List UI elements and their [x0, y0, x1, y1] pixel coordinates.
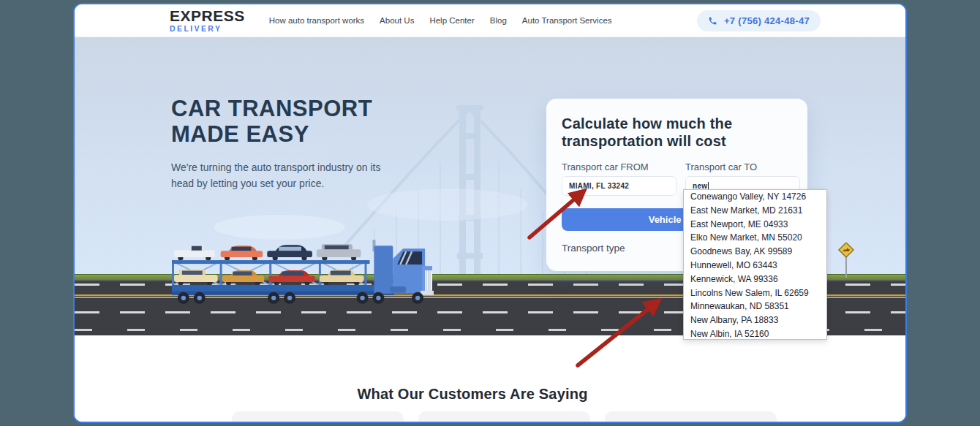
dropdown-item[interactable]: Conewango Valley, NY 14726 [684, 190, 826, 204]
logo-express-text: EXPRESS [170, 8, 245, 23]
dropdown-item[interactable]: East Newport, ME 04933 [684, 218, 826, 232]
dropdown-item[interactable]: Kennewick, WA 99336 [684, 273, 826, 286]
deer-crossing-sign [838, 243, 854, 279]
nav-about-us[interactable]: About Us [380, 16, 414, 25]
nav-how-auto-transport-works[interactable]: How auto transport works [269, 16, 364, 25]
hero-title: CAR TRANSPORTMADE EASY [171, 96, 412, 147]
cloud [367, 189, 528, 221]
calculator-title: Calculate how much the transportation wi… [562, 115, 745, 150]
truck-cab [372, 240, 434, 295]
dropdown-item[interactable]: Elko New Market, MN 55020 [684, 231, 826, 245]
car-carrier-truck-illustration [172, 240, 434, 307]
phone-icon [708, 16, 717, 26]
main-nav: How auto transport works About Us Help C… [269, 16, 612, 25]
nav-blog[interactable]: Blog [490, 16, 507, 25]
dropdown-item[interactable]: New Albin, IA 52160 [684, 327, 826, 340]
customers-section: What Our Customers Are Saying [75, 335, 905, 423]
cloud [214, 215, 345, 240]
top-deck-cars [174, 244, 361, 260]
dropdown-item[interactable]: Minnewaukan, ND 58351 [684, 300, 826, 313]
phone-link[interactable]: +7 (756) 424-48-47 [697, 10, 821, 31]
site-header: EXPRESS DELIVERY How auto transport work… [75, 4, 905, 37]
bottom-deck-cars [174, 270, 364, 285]
transport-from-input[interactable] [562, 176, 676, 196]
hero-copy: CAR TRANSPORTMADE EASY We're turning the… [171, 96, 412, 192]
phone-number: +7 (756) 424-48-47 [724, 15, 810, 26]
dropdown-item[interactable]: Lincolns New Salem, IL 62659 [684, 286, 826, 300]
nav-help-center[interactable]: Help Center [429, 16, 474, 25]
site-logo[interactable]: EXPRESS DELIVERY [170, 8, 245, 33]
nav-auto-transport-services[interactable]: Auto Transport Services [522, 16, 612, 25]
testimonial-card-preview [605, 411, 777, 423]
website-page: EXPRESS DELIVERY How auto transport work… [73, 3, 907, 423]
testimonial-card-preview [418, 411, 590, 423]
transport-from-label: Transport car FROM [562, 161, 676, 172]
hero-subtitle: We're turning the auto transport industr… [171, 160, 398, 191]
transport-type-label: Transport type [562, 243, 625, 254]
dropdown-item[interactable]: Hunnewell, MO 63443 [684, 259, 826, 273]
dropdown-item[interactable]: Goodnews Bay, AK 99589 [684, 245, 826, 259]
transport-to-label: Transport car TO [685, 161, 800, 172]
city-suggestions-dropdown: Conewango Valley, NY 14726 East New Mark… [683, 189, 827, 340]
testimonial-card-preview [232, 411, 404, 423]
dropdown-item[interactable]: New Albany, PA 18833 [684, 313, 826, 327]
dropdown-item[interactable]: East New Market, MD 21631 [684, 204, 826, 218]
logo-delivery-text: DELIVERY [170, 25, 245, 33]
customers-heading: What Our Customers Are Saying [73, 335, 888, 403]
